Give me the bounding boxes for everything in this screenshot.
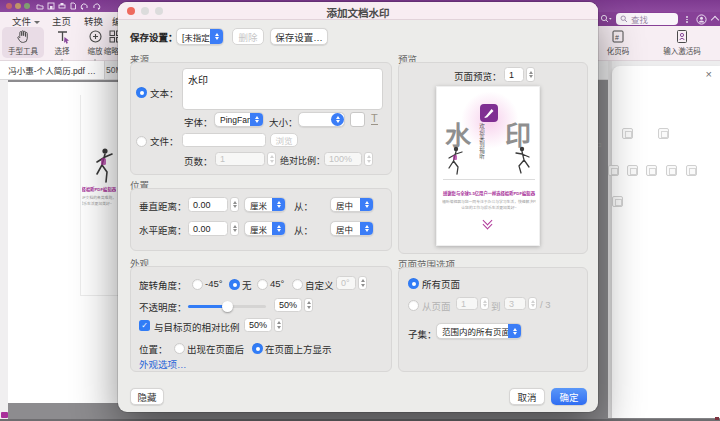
pages-stepper [267,152,276,166]
vertical-unit-value: 厘米 [245,199,272,211]
panel-icon[interactable] [646,165,657,176]
slider-knob[interactable] [222,301,233,312]
from-page-radio[interactable] [408,300,419,311]
horizontal-from-popup[interactable]: 居中 [330,221,374,236]
vertical-from-label: 从： [294,199,313,213]
text-radio-label: 文本： [150,86,179,100]
total-pages-label: / 3 [540,299,551,310]
horizontal-distance-stepper[interactable] [230,221,239,236]
vertical-from-value: 居中 [331,199,360,211]
more-options-icon[interactable] [686,15,688,24]
tab-document[interactable]: 冯小惠-个人简历.pdf … [0,61,105,79]
hand-tool-button[interactable]: 手型工具 [2,27,44,58]
behind-page-radio[interactable] [174,343,185,354]
page-preview-field[interactable]: 1 [504,67,524,82]
absolute-scale-label: 绝对比例： [280,154,325,167]
file-radio[interactable] [136,136,147,147]
select-tool-label: 选择 [55,45,70,56]
hand-tool-label: 手型工具 [8,45,38,56]
rotation-none-label: 无 [242,278,252,292]
rotation-none-radio[interactable] [229,279,240,290]
save-icon[interactable] [47,2,55,10]
vertical-from-popup[interactable]: 居中 [330,197,374,212]
select-tool-button[interactable]: 选择 [47,27,77,58]
all-pages-radio[interactable] [408,278,419,289]
preset-popup[interactable]: [未指定] [176,28,224,45]
app-close-button[interactable] [6,3,12,9]
rotation-label: 旋转角度： [139,278,187,292]
above-page-label: 在页面上方显示 [265,342,332,356]
absolute-scale-stepper [364,152,373,166]
preview-body-line2: 让您的工作与娱乐生活更加美好~ [442,205,536,210]
vertical-unit-popup[interactable]: 厘米 [244,197,286,212]
watermark-dialog: 添加文档水印 保存设置： [未指定] 删除 保存设置… 来源 文本： 水印 字体… [118,2,598,412]
rotation-custom-radio[interactable] [292,279,303,290]
panel-icon[interactable] [622,128,633,139]
page-preview-stepper[interactable] [526,67,535,82]
absolute-scale-field: 100% [324,152,362,166]
popup-arrows-icon [272,222,285,235]
page-number-button[interactable]: # 化页码 [594,27,642,58]
above-page-radio[interactable] [252,343,263,354]
panel-icon[interactable] [612,196,623,207]
appearance-options-link[interactable]: 外观选项… [139,357,187,371]
popup-arrows-icon [508,324,521,338]
print-icon[interactable] [58,2,66,10]
relative-scale-checkbox[interactable]: ✓ [139,320,150,331]
save-settings-button[interactable]: 保存设置… [270,28,328,45]
size-popup[interactable] [298,112,345,127]
app-zoom-button[interactable] [24,3,30,9]
opacity-field[interactable]: 50% [274,298,302,312]
relative-scale-label: 与目标页的相对比例 [154,320,240,334]
horizontal-from-value: 居中 [331,223,360,235]
rotation-neg45-label: -45° [205,278,223,289]
text-format-icon[interactable]: T [371,112,378,125]
panel-icon[interactable] [608,165,619,176]
color-well[interactable] [350,112,365,127]
relative-scale-field[interactable]: 50% [244,318,272,332]
panel-icon[interactable] [658,128,669,139]
search-mode-icon[interactable] [600,14,612,24]
relative-scale-stepper[interactable] [274,318,283,332]
account-icon[interactable] [696,14,707,25]
opacity-stepper[interactable] [304,298,313,312]
vertical-distance-stepper[interactable] [230,197,239,212]
font-popup[interactable]: PingFang [214,112,264,127]
collapse-ribbon-icon[interactable] [711,16,719,24]
horizontal-unit-popup[interactable]: 厘米 [244,221,286,236]
vertical-distance-field[interactable]: 0.00 [188,197,228,212]
text-radio[interactable] [136,87,147,98]
open-folder-icon[interactable] [36,2,44,10]
panel-icon[interactable] [627,165,638,176]
select-text-icon [55,29,70,44]
activation-code-button[interactable]: 输入激活码 [648,27,716,58]
subset-popup[interactable]: 范围内的所有页面 [436,323,522,339]
rotation-custom-stepper[interactable] [358,276,367,290]
opacity-slider[interactable] [188,305,266,308]
horizontal-unit-value: 厘米 [245,223,272,235]
popup-arrows-icon [360,222,373,235]
search-input[interactable]: 查找 [616,13,678,25]
panel-close-icon[interactable]: × [706,68,712,80]
rotation-45-label: 45° [270,278,284,289]
horizontal-distance-field[interactable]: 0.00 [188,221,228,236]
popup-arrows-icon [360,198,373,211]
rotation-45-radio[interactable] [257,279,268,290]
rotation-neg45-radio[interactable] [192,279,203,290]
redo-icon[interactable] [92,2,101,10]
document-icon[interactable] [69,2,77,10]
panel-icon[interactable] [666,165,677,176]
right-panel: × [612,66,720,418]
font-label: 字体： [184,115,213,129]
app-minimize-button[interactable] [15,3,21,9]
watermark-text-input[interactable]: 水印 [182,68,383,110]
hide-button[interactable]: 隐藏 [130,388,164,405]
undo-icon[interactable] [80,2,89,10]
cancel-button[interactable]: 取消 [509,388,545,405]
file-path-input[interactable] [182,133,266,147]
ok-button[interactable]: 确定 [551,388,587,405]
behind-page-label: 出现在页面后 [187,342,244,356]
panel-icon[interactable] [686,165,697,176]
layer-label: 位置： [139,342,168,356]
brand-mark [1,412,8,418]
